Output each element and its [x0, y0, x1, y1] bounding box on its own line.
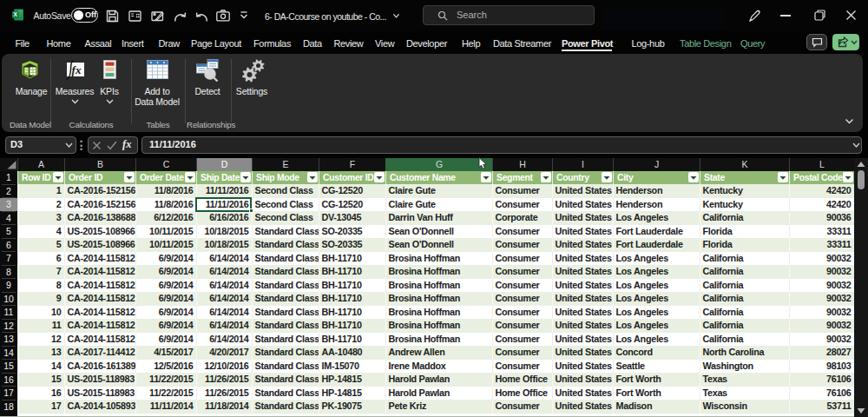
svg-text:fx: fx: [72, 63, 82, 76]
svg-text:X: X: [14, 11, 18, 17]
